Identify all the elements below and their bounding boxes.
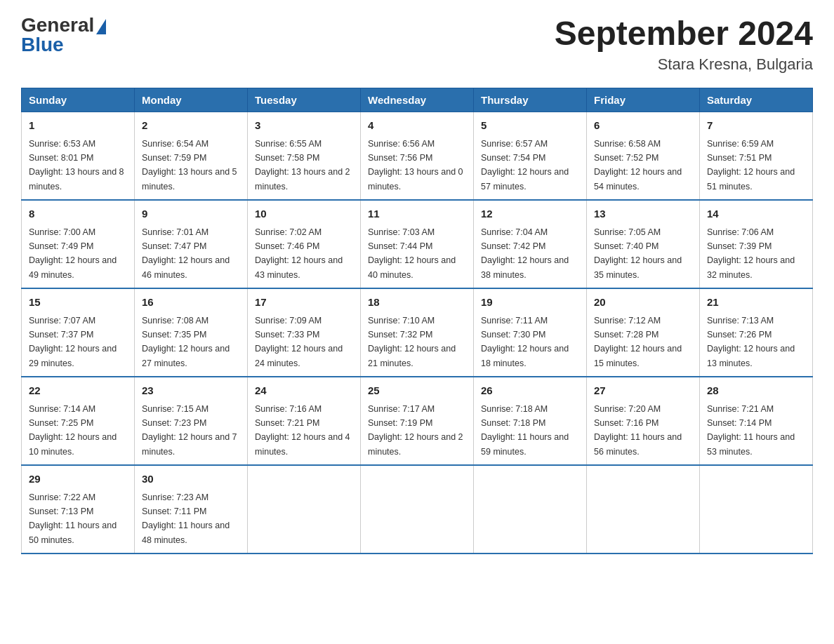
calendar-cell: 16 Sunrise: 7:08 AMSunset: 7:35 PMDaylig… [135,288,248,377]
day-number: 24 [255,383,353,399]
calendar-cell: 5 Sunrise: 6:57 AMSunset: 7:54 PMDayligh… [474,112,587,201]
day-info: Sunrise: 6:54 AMSunset: 7:59 PMDaylight:… [142,139,237,192]
day-info: Sunrise: 7:21 AMSunset: 7:14 PMDaylight:… [707,404,795,457]
day-number: 3 [255,118,353,134]
header-tuesday: Tuesday [248,88,361,112]
day-info: Sunrise: 6:56 AMSunset: 7:56 PMDaylight:… [368,139,463,192]
day-info: Sunrise: 6:53 AMSunset: 8:01 PMDaylight:… [29,139,124,192]
header-friday: Friday [587,88,700,112]
page-header: General Blue September 2024 Stara Kresna… [21,14,813,74]
day-info: Sunrise: 7:18 AMSunset: 7:18 PMDaylight:… [481,404,569,457]
calendar-cell: 1 Sunrise: 6:53 AMSunset: 8:01 PMDayligh… [22,112,135,201]
day-info: Sunrise: 6:55 AMSunset: 7:58 PMDaylight:… [255,139,350,192]
day-number: 15 [29,295,127,311]
day-info: Sunrise: 6:59 AMSunset: 7:51 PMDaylight:… [707,139,795,192]
day-number: 29 [29,471,127,488]
day-number: 1 [29,118,127,134]
day-number: 5 [481,118,579,134]
day-number: 25 [368,383,466,399]
day-info: Sunrise: 7:09 AMSunset: 7:33 PMDaylight:… [255,316,343,368]
month-year-title: September 2024 [555,14,813,53]
title-section: September 2024 Stara Kresna, Bulgaria [555,14,813,74]
day-info: Sunrise: 7:07 AMSunset: 7:37 PMDaylight:… [29,316,117,368]
day-number: 10 [255,206,353,222]
calendar-cell: 3 Sunrise: 6:55 AMSunset: 7:58 PMDayligh… [248,112,361,201]
calendar-cell: 23 Sunrise: 7:15 AMSunset: 7:23 PMDaylig… [135,377,248,465]
day-number: 27 [594,383,692,399]
calendar-cell [474,465,587,554]
weekday-header-row: Sunday Monday Tuesday Wednesday Thursday… [22,88,813,112]
day-number: 4 [368,118,466,134]
day-number: 30 [142,471,240,488]
calendar-cell: 15 Sunrise: 7:07 AMSunset: 7:37 PMDaylig… [22,288,135,377]
day-number: 22 [29,383,127,399]
day-info: Sunrise: 6:57 AMSunset: 7:54 PMDaylight:… [481,139,569,192]
calendar-cell: 7 Sunrise: 6:59 AMSunset: 7:51 PMDayligh… [700,112,813,201]
day-number: 20 [594,295,692,311]
day-info: Sunrise: 7:22 AMSunset: 7:13 PMDaylight:… [29,492,117,545]
day-number: 28 [707,383,805,399]
week-row-1: 1 Sunrise: 6:53 AMSunset: 8:01 PMDayligh… [22,112,813,201]
calendar-cell: 8 Sunrise: 7:00 AMSunset: 7:49 PMDayligh… [22,200,135,288]
day-info: Sunrise: 7:17 AMSunset: 7:19 PMDaylight:… [368,404,463,457]
calendar-cell: 27 Sunrise: 7:20 AMSunset: 7:16 PMDaylig… [587,377,700,465]
calendar-cell: 11 Sunrise: 7:03 AMSunset: 7:44 PMDaylig… [361,200,474,288]
calendar-cell: 22 Sunrise: 7:14 AMSunset: 7:25 PMDaylig… [22,377,135,465]
calendar-cell: 29 Sunrise: 7:22 AMSunset: 7:13 PMDaylig… [22,465,135,554]
day-number: 21 [707,295,805,311]
calendar-cell: 4 Sunrise: 6:56 AMSunset: 7:56 PMDayligh… [361,112,474,201]
calendar-cell: 12 Sunrise: 7:04 AMSunset: 7:42 PMDaylig… [474,200,587,288]
day-info: Sunrise: 7:13 AMSunset: 7:26 PMDaylight:… [707,316,795,368]
day-info: Sunrise: 7:12 AMSunset: 7:28 PMDaylight:… [594,316,682,368]
calendar-cell: 20 Sunrise: 7:12 AMSunset: 7:28 PMDaylig… [587,288,700,377]
calendar-cell [700,465,813,554]
calendar-cell: 21 Sunrise: 7:13 AMSunset: 7:26 PMDaylig… [700,288,813,377]
calendar-cell: 14 Sunrise: 7:06 AMSunset: 7:39 PMDaylig… [700,200,813,288]
day-info: Sunrise: 7:16 AMSunset: 7:21 PMDaylight:… [255,404,350,457]
week-row-3: 15 Sunrise: 7:07 AMSunset: 7:37 PMDaylig… [22,288,813,377]
calendar-cell [248,465,361,554]
day-info: Sunrise: 7:00 AMSunset: 7:49 PMDaylight:… [29,227,117,280]
day-info: Sunrise: 6:58 AMSunset: 7:52 PMDaylight:… [594,139,682,192]
calendar-table: Sunday Monday Tuesday Wednesday Thursday… [21,88,813,554]
week-row-2: 8 Sunrise: 7:00 AMSunset: 7:49 PMDayligh… [22,200,813,288]
day-number: 7 [707,118,805,134]
day-number: 11 [368,206,466,222]
calendar-cell: 9 Sunrise: 7:01 AMSunset: 7:47 PMDayligh… [135,200,248,288]
logo: General Blue [21,14,106,56]
calendar-cell: 28 Sunrise: 7:21 AMSunset: 7:14 PMDaylig… [700,377,813,465]
day-number: 18 [368,295,466,311]
day-info: Sunrise: 7:10 AMSunset: 7:32 PMDaylight:… [368,316,456,368]
calendar-cell: 25 Sunrise: 7:17 AMSunset: 7:19 PMDaylig… [361,377,474,465]
header-thursday: Thursday [474,88,587,112]
logo-text-blue: Blue [21,34,64,56]
calendar-cell: 24 Sunrise: 7:16 AMSunset: 7:21 PMDaylig… [248,377,361,465]
day-number: 14 [707,206,805,222]
day-number: 2 [142,118,240,134]
day-info: Sunrise: 7:11 AMSunset: 7:30 PMDaylight:… [481,316,569,368]
day-info: Sunrise: 7:15 AMSunset: 7:23 PMDaylight:… [142,404,237,457]
day-info: Sunrise: 7:23 AMSunset: 7:11 PMDaylight:… [142,492,230,545]
day-number: 26 [481,383,579,399]
day-info: Sunrise: 7:01 AMSunset: 7:47 PMDaylight:… [142,227,230,280]
day-number: 19 [481,295,579,311]
day-info: Sunrise: 7:06 AMSunset: 7:39 PMDaylight:… [707,227,795,280]
calendar-cell: 19 Sunrise: 7:11 AMSunset: 7:30 PMDaylig… [474,288,587,377]
day-info: Sunrise: 7:02 AMSunset: 7:46 PMDaylight:… [255,227,343,280]
location-subtitle: Stara Kresna, Bulgaria [555,55,813,74]
calendar-cell: 10 Sunrise: 7:02 AMSunset: 7:46 PMDaylig… [248,200,361,288]
day-number: 6 [594,118,692,134]
day-number: 12 [481,206,579,222]
day-number: 16 [142,295,240,311]
calendar-cell: 17 Sunrise: 7:09 AMSunset: 7:33 PMDaylig… [248,288,361,377]
day-info: Sunrise: 7:05 AMSunset: 7:40 PMDaylight:… [594,227,682,280]
day-number: 8 [29,206,127,222]
calendar-cell: 13 Sunrise: 7:05 AMSunset: 7:40 PMDaylig… [587,200,700,288]
header-monday: Monday [135,88,248,112]
day-info: Sunrise: 7:20 AMSunset: 7:16 PMDaylight:… [594,404,682,457]
calendar-cell: 2 Sunrise: 6:54 AMSunset: 7:59 PMDayligh… [135,112,248,201]
day-info: Sunrise: 7:04 AMSunset: 7:42 PMDaylight:… [481,227,569,280]
calendar-cell: 6 Sunrise: 6:58 AMSunset: 7:52 PMDayligh… [587,112,700,201]
calendar-cell: 26 Sunrise: 7:18 AMSunset: 7:18 PMDaylig… [474,377,587,465]
header-wednesday: Wednesday [361,88,474,112]
